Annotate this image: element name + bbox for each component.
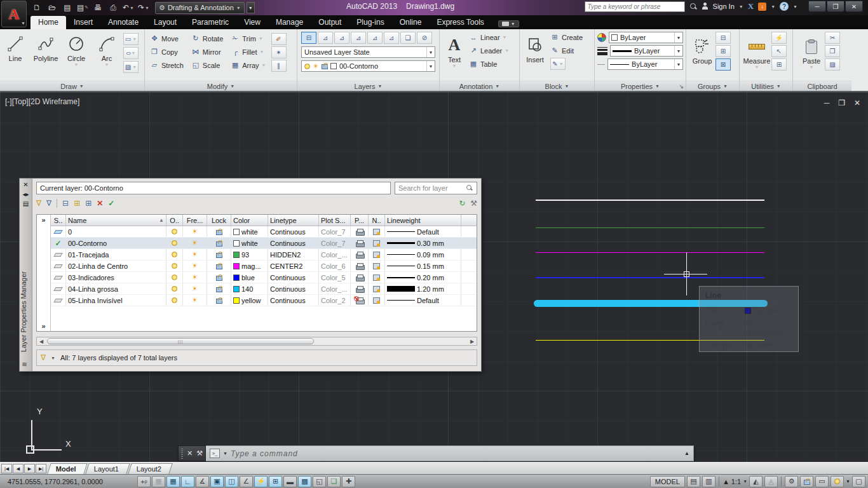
quick-properties-toggle[interactable]: ◱	[313, 476, 326, 487]
status-menu-icon[interactable]: ▼	[846, 479, 850, 484]
help-search-input[interactable]: Type a keyword or phrase	[585, 1, 685, 12]
new-layer-button[interactable]: ⊞	[74, 199, 80, 208]
close-button[interactable]: ✕	[845, 1, 863, 12]
tab-output[interactable]: Output	[311, 16, 349, 29]
on-icon[interactable]	[172, 240, 177, 246]
prev-tab-button[interactable]: ◀	[13, 464, 24, 473]
sign-in-dropdown-icon[interactable]: ▼	[739, 4, 743, 9]
object-snap-3d-toggle[interactable]: ◫	[225, 476, 238, 487]
tab-annotate[interactable]: Annotate	[100, 16, 146, 29]
tab-manage[interactable]: Manage	[268, 16, 311, 29]
col-color[interactable]: Color	[231, 215, 268, 226]
lock-icon[interactable]	[216, 240, 222, 247]
linetype-icon[interactable]: ┄┄	[597, 61, 605, 68]
block-attributes-button[interactable]: ✎▼	[550, 58, 566, 70]
on-icon[interactable]	[172, 274, 177, 280]
rectangle-button[interactable]: ▭▼	[123, 33, 139, 45]
sign-in-button[interactable]: Sign In	[713, 3, 735, 10]
apps-dropdown-icon[interactable]: ▼	[771, 4, 775, 9]
annotation-visibility-toggle[interactable]: ◭	[749, 476, 763, 487]
layer-row-03-indicadores[interactable]: 03-Indicadores ☀ blue Continuous Color_5…	[51, 272, 477, 283]
command-input[interactable]: >_ ▼ Type a command ▲	[206, 445, 694, 461]
linear-dimension-button[interactable]: ↔Linear▼	[468, 30, 510, 44]
group-button[interactable]: Group	[689, 32, 715, 81]
lineweight-dropdown[interactable]: ByLayer ▼	[610, 45, 683, 57]
command-close-icon[interactable]: ✕	[187, 449, 193, 458]
set-current-layer-button[interactable]: ✓	[108, 199, 114, 208]
layer-list-header[interactable]: S.. Name▲ O.. Fre... Lock Color Linetype…	[51, 215, 477, 226]
freeze-icon[interactable]: ☀	[192, 251, 198, 258]
copy-button[interactable]: ❐Copy	[149, 45, 185, 58]
edit-block-button[interactable]: ✎Edit	[549, 44, 584, 57]
plot-icon[interactable]	[356, 229, 363, 234]
leader-dropdown-icon[interactable]: ▼	[505, 48, 509, 53]
trim-dropdown-icon[interactable]: ▼	[259, 36, 263, 41]
help-icon[interactable]: ?	[780, 2, 789, 11]
help-dropdown-icon[interactable]: ▼	[793, 4, 797, 9]
workspace-switching-button[interactable]: ⚙	[785, 476, 798, 487]
tab-insert[interactable]: Insert	[66, 16, 100, 29]
delete-layer-button[interactable]: ✕	[97, 199, 103, 208]
plot-icon[interactable]	[356, 263, 363, 269]
lineweight-display-toggle[interactable]: ▬	[283, 476, 297, 487]
plot-icon[interactable]	[356, 274, 363, 280]
tab-home[interactable]: Home	[31, 16, 66, 29]
layer-properties-button[interactable]: ⊟	[301, 32, 316, 44]
new-vp-freeze-icon[interactable]	[373, 240, 380, 247]
hatch-button[interactable]: ▨▼	[123, 61, 139, 73]
scale-button[interactable]: ◱Scale	[190, 58, 224, 72]
layer-freeze-button[interactable]: ⊿	[334, 32, 349, 44]
col-plot[interactable]: P...	[351, 215, 369, 226]
text-dropdown-icon[interactable]: ▼	[452, 64, 457, 68]
cut-button[interactable]: ✂	[825, 32, 840, 44]
tab-express-tools[interactable]: Express Tools	[429, 16, 491, 29]
infer-constraints-toggle[interactable]: +p	[137, 476, 151, 487]
doc-close-button[interactable]: ✕	[854, 98, 860, 107]
panel-properties-label[interactable]: Properties▼↘	[595, 81, 686, 91]
freeze-icon[interactable]: ☀	[192, 262, 198, 269]
scrollbar-thumb[interactable]: |||	[47, 338, 314, 344]
model-tab[interactable]: Model	[47, 463, 87, 474]
layer-state-dropdown[interactable]: Unsaved Layer State ▼	[301, 46, 435, 58]
quick-view-layouts-button[interactable]: ▤	[687, 476, 700, 487]
layer-row-00-contorno[interactable]: ✓ 00-Contorno ☀ white Continuous Color_7…	[51, 238, 477, 249]
panel-block-label[interactable]: Block▼	[520, 81, 594, 91]
freeze-icon[interactable]: ☀	[192, 297, 198, 304]
invert-filter-icon[interactable]: ∇	[41, 353, 46, 362]
workspace-switcher[interactable]: ⚙ Drafting & Annotation ▼	[155, 2, 245, 14]
download-apps-icon[interactable]: ↓	[758, 3, 766, 11]
refresh-button[interactable]: ↻	[459, 199, 465, 208]
layer-row-04-linha-grossa[interactable]: 04-Linha grossa ☀ 140 Continuous Color_.…	[51, 283, 477, 295]
object-snap-toggle[interactable]: ▣	[210, 476, 224, 487]
layer-isolate-button[interactable]: ⊿	[318, 32, 333, 44]
palette-horizontal-scrollbar[interactable]: ◀ ||| ▶	[36, 337, 477, 346]
drawn-line-white[interactable]	[536, 200, 764, 201]
create-block-button[interactable]: ⊞Create	[549, 30, 584, 44]
lock-icon[interactable]	[216, 274, 222, 281]
group-selection-toggle[interactable]: ⊠	[715, 58, 731, 71]
open-file-button[interactable]: 🗁	[46, 2, 58, 13]
on-icon[interactable]	[172, 229, 177, 234]
plot-button[interactable]: 🖶	[92, 2, 104, 13]
doc-minimize-button[interactable]: ─	[824, 98, 830, 107]
layer-unlock-button[interactable]: ⊿	[384, 32, 399, 44]
on-icon[interactable]	[172, 252, 177, 257]
id-point-button[interactable]: ↖	[771, 45, 787, 57]
quick-view-drawings-button[interactable]: ▥	[702, 476, 715, 487]
freeze-icon[interactable]: ☀	[192, 228, 198, 235]
plot-icon[interactable]	[356, 240, 363, 246]
minimize-button[interactable]: ─	[808, 1, 826, 12]
explode-button[interactable]: ✶	[271, 46, 287, 58]
save-button[interactable]: ▤	[61, 2, 74, 13]
freeze-icon[interactable]: ☀	[192, 240, 198, 247]
col-linetype[interactable]: Linetype	[268, 215, 319, 226]
col-lineweight[interactable]: Lineweight	[385, 215, 461, 226]
auto-annotation-scale-toggle[interactable]: ◬	[764, 476, 778, 487]
mirror-button[interactable]: ⋈Mirror	[190, 45, 224, 58]
panel-modify-label[interactable]: Modify▼	[145, 81, 297, 91]
command-history-icon[interactable]: ▲	[684, 451, 689, 456]
col-plot-style[interactable]: Plot S...	[319, 215, 351, 226]
exchange-apps-icon[interactable]: X	[748, 1, 754, 11]
tab-view[interactable]: View	[236, 16, 268, 29]
application-menu-button[interactable]: A ▼	[1, 1, 27, 27]
